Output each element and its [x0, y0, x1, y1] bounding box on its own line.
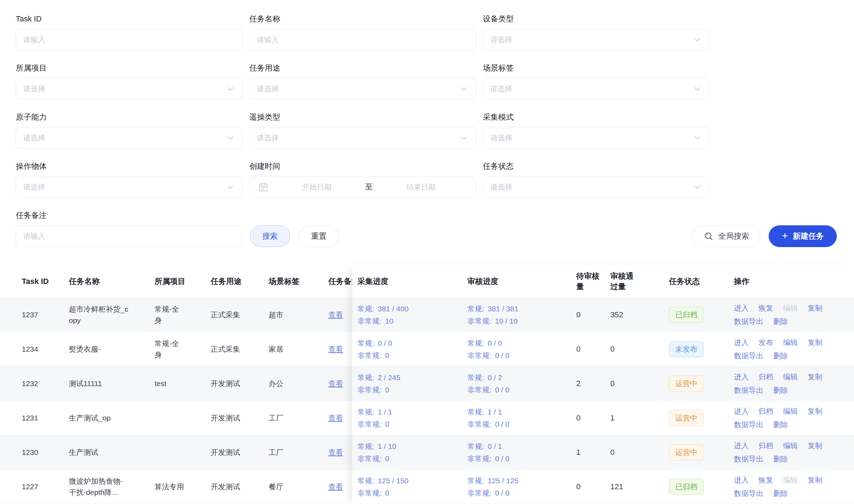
action-link-3[interactable]: 复制	[808, 336, 822, 349]
task-name-cell: 生产测试	[69, 447, 155, 458]
action-link-4[interactable]: 数据导出	[734, 315, 763, 328]
select-input[interactable]: 请选择	[249, 127, 476, 149]
abnormal-progress: 非常规:0	[357, 418, 467, 430]
view-remark-link[interactable]: 查看	[328, 311, 343, 319]
text-input[interactable]: 请输入	[16, 225, 242, 247]
column-header: 任务名称	[69, 276, 155, 287]
select-input[interactable]: 请选择	[483, 78, 709, 100]
filter-field-0: Task ID请输入	[16, 14, 242, 51]
select-input[interactable]: 请选择	[249, 78, 476, 100]
action-link-2[interactable]: 编辑	[783, 371, 798, 383]
create-task-button[interactable]: + 新建任务	[769, 225, 837, 247]
action-link-5[interactable]: 删除	[773, 315, 788, 328]
progress-value: 0 / 0	[495, 489, 510, 497]
field-label: 任务用途	[249, 63, 476, 73]
search-button[interactable]: 搜索	[250, 225, 290, 247]
scene-cell: 工厂	[269, 447, 328, 458]
progress-cell: 常规:381 / 381非常规:10 / 10	[467, 303, 576, 327]
action-link-5[interactable]: 删除	[773, 350, 788, 362]
action-link-4[interactable]: 数据导出	[734, 350, 763, 362]
remark-cell: 查看	[328, 447, 352, 458]
select-placeholder: 请选择	[490, 84, 512, 94]
remark-cell: 查看	[328, 309, 352, 320]
action-link-2: 编辑	[783, 474, 798, 486]
table-row-fixed: 常规:2 / 245非常规:0常规:0 / 2非常规:0 / 020运营中进入归…	[352, 366, 854, 401]
action-link-3[interactable]: 复制	[808, 302, 822, 314]
action-link-4[interactable]: 数据导出	[734, 453, 763, 465]
field-label: 场景标签	[483, 63, 709, 73]
normal-progress: 常规:381 / 400	[357, 303, 467, 315]
status-cell: 运营中	[669, 444, 734, 460]
action-link-1[interactable]: 归档	[758, 371, 773, 383]
action-link-0[interactable]: 进入	[734, 439, 749, 452]
select-input[interactable]: 请选择	[483, 127, 709, 149]
action-link-0[interactable]: 进入	[734, 405, 749, 418]
action-link-0[interactable]: 进入	[734, 336, 749, 349]
scene-cell: 工厂	[269, 412, 328, 424]
passed-count-cell: 0	[610, 344, 640, 355]
action-link-1[interactable]: 发布	[758, 336, 773, 349]
action-link-2[interactable]: 编辑	[783, 439, 798, 452]
abnormal-progress: 非常规:0 / 0	[467, 452, 576, 465]
input-placeholder: 请输入	[23, 231, 45, 241]
action-link-2[interactable]: 编辑	[783, 405, 798, 418]
action-link-0[interactable]: 进入	[734, 474, 749, 486]
select-placeholder: 请选择	[23, 84, 45, 94]
action-link-0[interactable]: 进入	[734, 371, 749, 383]
chevron-down-icon	[693, 35, 702, 44]
progress-cell: 常规:125 / 150非常规:0	[357, 475, 467, 499]
select-input[interactable]: 请选择	[16, 176, 242, 198]
action-link-1[interactable]: 恢复	[758, 302, 773, 314]
progress-label: 非常规:	[357, 489, 382, 497]
select-input[interactable]: 请选择	[16, 127, 242, 149]
select-input[interactable]: 请选择	[16, 78, 242, 100]
text-input[interactable]: 请输入	[249, 29, 476, 51]
action-link-3[interactable]: 复制	[808, 371, 822, 383]
input-placeholder: 请输入	[257, 35, 279, 45]
filter-field-6: 原子能力请选择	[16, 112, 242, 149]
progress-cell: 常规:1 / 10非常规:0	[357, 440, 467, 465]
action-link-4[interactable]: 数据导出	[734, 487, 763, 500]
global-search-button[interactable]: 全局搜索	[692, 225, 761, 247]
action-link-1[interactable]: 恢复	[758, 474, 773, 486]
view-remark-link[interactable]: 查看	[328, 483, 343, 491]
pending-count-cell: 0	[576, 412, 601, 424]
action-link-5[interactable]: 删除	[773, 418, 788, 431]
select-input[interactable]: 请选择	[483, 29, 709, 51]
abnormal-progress: 非常规:0 / 0	[467, 487, 576, 499]
purpose-cell: 正式采集	[211, 309, 269, 320]
status-cell: 已归档	[669, 307, 734, 323]
action-link-2[interactable]: 编辑	[783, 336, 798, 349]
action-link-0[interactable]: 进入	[734, 302, 749, 314]
column-header: 任务备注	[328, 276, 352, 287]
action-link-1[interactable]: 归档	[758, 439, 773, 452]
progress-label: 非常规:	[357, 420, 382, 428]
view-remark-link[interactable]: 查看	[328, 448, 343, 456]
text-input[interactable]: 请输入	[16, 29, 242, 51]
status-cell: 运营中	[669, 376, 734, 392]
view-remark-link[interactable]: 查看	[328, 379, 343, 387]
action-link-5[interactable]: 删除	[773, 384, 788, 397]
purpose-cell: 开发测试	[211, 378, 269, 389]
view-remark-link[interactable]: 查看	[328, 345, 343, 353]
reset-button[interactable]: 重置	[299, 225, 339, 247]
task-id-cell: 1234	[0, 344, 69, 355]
pending-count-cell: 0	[576, 309, 601, 320]
filter-panel: Task ID请输入任务名称请输入设备类型请选择所属项目请选择任务用途请选择场景…	[0, 0, 854, 247]
select-input[interactable]: 请选择	[483, 176, 709, 198]
progress-cell: 常规:0 / 0非常规:0 / 0	[467, 337, 576, 362]
action-link-3[interactable]: 复制	[808, 439, 822, 452]
action-link-3[interactable]: 复制	[808, 474, 822, 486]
action-link-5[interactable]: 删除	[773, 487, 788, 500]
view-remark-link[interactable]: 查看	[328, 414, 343, 422]
action-link-5[interactable]: 删除	[773, 453, 788, 465]
select-placeholder: 请选择	[23, 182, 45, 192]
action-link-1[interactable]: 归档	[758, 405, 773, 418]
date-range-input[interactable]: 开始日期至结束日期	[249, 176, 476, 198]
project-cell: 常规-全身	[155, 338, 211, 360]
progress-cell: 常规:2 / 245非常规:0	[357, 371, 467, 396]
action-link-3[interactable]: 复制	[808, 405, 822, 418]
action-link-2: 编辑	[783, 302, 798, 314]
action-link-4[interactable]: 数据导出	[734, 384, 763, 397]
action-link-4[interactable]: 数据导出	[734, 418, 763, 431]
